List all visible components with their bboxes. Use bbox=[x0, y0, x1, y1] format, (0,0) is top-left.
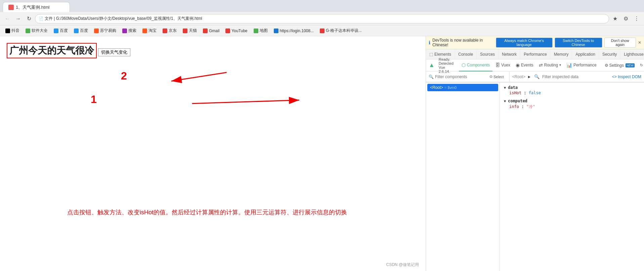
new-badge: NEW bbox=[626, 63, 635, 67]
prop-separator: : bbox=[521, 104, 526, 109]
main-area: 广州今天的天气很冷 切换天气变化 1 2 bbox=[0, 36, 644, 271]
prop-key-isHot: isHot bbox=[509, 91, 521, 95]
data-prop-isHot: isHot : false bbox=[504, 90, 640, 96]
bookmark-login[interactable]: https://login.1008... bbox=[271, 27, 316, 35]
tab-label: Security bbox=[602, 52, 617, 57]
tree-item-root[interactable]: <Root> = $vm0 bbox=[427, 84, 498, 91]
prop-separator: : bbox=[524, 91, 528, 95]
bookmark-csdn[interactable]: G·格子达本科毕设... bbox=[317, 27, 364, 35]
bookmark-tmall[interactable]: 天猫 bbox=[180, 27, 200, 35]
inspect-dom-bar: <Root> ▸ 🔍 <> Inspect DOM bbox=[509, 71, 644, 82]
tab-label: Console bbox=[458, 52, 473, 57]
bookmark-label: 天猫 bbox=[189, 28, 197, 34]
vue-nav-components[interactable]: ⬡ Components bbox=[459, 59, 492, 71]
nav-label: Events bbox=[521, 63, 533, 67]
inspect-dom-link[interactable]: <> Inspect DOM bbox=[612, 74, 641, 79]
bookmark-jd[interactable]: 京东 bbox=[160, 27, 179, 35]
watermark: CSDN @做笔记用 bbox=[386, 262, 419, 268]
menu-button[interactable]: ⋮ bbox=[632, 14, 641, 23]
bookmark-favicon bbox=[26, 29, 30, 33]
vue-logo: ▲ bbox=[429, 62, 435, 69]
tab-label: Performance bbox=[524, 52, 547, 57]
switch-devtools-button[interactable]: Switch DevTools to Chinese bbox=[555, 38, 602, 48]
bookmark-favicon bbox=[203, 29, 208, 33]
switch-button[interactable]: 切换天气变化 bbox=[98, 48, 130, 56]
dt-tab-application[interactable]: Application bbox=[572, 49, 599, 59]
bookmarks-bar: 抖音 软件大全 百度 百度 苏宁易购 搜索 淘宝 京东 bbox=[0, 25, 644, 36]
lock-icon: 📄 bbox=[39, 16, 43, 21]
components-content: <Root> = $vm0 data isHot : false bbox=[426, 83, 644, 271]
bookmark-button[interactable]: ★ bbox=[610, 14, 620, 23]
vue-nav-routing[interactable]: ⇄ Routing ▾ bbox=[536, 59, 564, 71]
devtools-panel: ℹ DevTools is now available in Chinese! … bbox=[426, 36, 644, 271]
svg-line-2 bbox=[171, 72, 227, 81]
prop-val-info: "冷" bbox=[526, 104, 535, 109]
address-bar[interactable]: 📄 文件 | G:/360MoveData/Users/静小文/Desktop/… bbox=[35, 14, 609, 23]
data-section-label[interactable]: data bbox=[504, 85, 640, 90]
bookmark-label: 软件大全 bbox=[32, 28, 48, 34]
bookmark-label: YouTube bbox=[231, 29, 247, 33]
components-panel: 🔍 ⊙ Select <Root> ▸ 🔍 <> Inspect DOM bbox=[426, 71, 644, 271]
root-current: ▸ bbox=[528, 74, 530, 79]
nav-label: Routing bbox=[544, 63, 558, 67]
vue-nav-performance[interactable]: 📊 Performance bbox=[564, 59, 599, 71]
dt-tab-network[interactable]: Network bbox=[499, 49, 520, 59]
extensions-button[interactable]: ⚙ bbox=[621, 14, 631, 23]
bookmark-software[interactable]: 软件大全 bbox=[23, 27, 50, 35]
tab-label: Elements bbox=[434, 52, 451, 57]
bookmark-map[interactable]: 地图 bbox=[251, 27, 270, 35]
dt-tab-performance[interactable]: Performance bbox=[520, 49, 551, 59]
vue-nav-events[interactable]: ◉ Events bbox=[513, 59, 536, 71]
nav-label: Vuex bbox=[501, 63, 510, 67]
select-button[interactable]: ⊙ Select bbox=[487, 74, 507, 79]
dont-show-button[interactable]: Don't show again bbox=[604, 38, 636, 48]
reload-button[interactable]: ↻ bbox=[24, 14, 34, 23]
dt-tab-memory[interactable]: Memory bbox=[551, 49, 572, 59]
bookmark-favicon bbox=[254, 29, 258, 33]
bookmark-youtube[interactable]: YouTube bbox=[223, 27, 250, 35]
browser-window: 1、天气案例.html ← → ↻ 📄 文件 | G:/360MoveData/… bbox=[0, 0, 644, 271]
notification-close-button[interactable]: ✕ bbox=[638, 40, 641, 45]
bookmark-search[interactable]: 搜索 bbox=[120, 27, 139, 35]
dt-tab-security[interactable]: Security bbox=[599, 49, 620, 59]
bookmark-gmail[interactable]: Gmail bbox=[200, 27, 222, 35]
vue-nav-vuex[interactable]: 🗄 Vuex bbox=[492, 59, 513, 71]
always-match-button[interactable]: Always match Chrome's language bbox=[496, 38, 553, 48]
dt-tab-lighthouse[interactable]: Lighthouse bbox=[620, 49, 644, 59]
bookmark-label: 抖音 bbox=[11, 28, 19, 34]
bookmark-label: 百度 bbox=[80, 28, 88, 34]
tab-bar: 1、天气案例.html bbox=[0, 0, 644, 12]
bookmark-label: 地图 bbox=[260, 28, 268, 34]
dt-tab-console[interactable]: Console bbox=[455, 49, 477, 59]
bookmark-favicon bbox=[5, 29, 10, 33]
select-label: Select bbox=[493, 75, 504, 79]
dt-tab-sources[interactable]: Sources bbox=[477, 49, 499, 59]
bookmark-douyin[interactable]: 抖音 bbox=[3, 27, 22, 35]
svg-line-3 bbox=[192, 100, 299, 103]
bookmark-favicon bbox=[163, 29, 167, 33]
data-section: data isHot : false bbox=[504, 85, 640, 96]
browser-tab[interactable]: 1、天气案例.html bbox=[3, 2, 70, 12]
vue-settings-button[interactable]: ⚙ Settings NEW bbox=[605, 63, 635, 68]
bookmark-label: 搜索 bbox=[128, 28, 136, 34]
bookmark-taobao[interactable]: 淘宝 bbox=[140, 27, 159, 35]
bookmark-suning[interactable]: 苏宁易购 bbox=[91, 27, 119, 35]
bookmark-baidu1[interactable]: 百度 bbox=[51, 27, 71, 35]
filter-bar: 🔍 ⊙ Select bbox=[426, 71, 509, 82]
bookmark-favicon bbox=[274, 29, 278, 33]
filter-inspected-input[interactable] bbox=[542, 74, 596, 79]
forward-button[interactable]: → bbox=[13, 14, 23, 23]
bookmark-baidu2[interactable]: 百度 bbox=[71, 27, 91, 35]
back-button[interactable]: ← bbox=[3, 14, 12, 23]
computed-section-label[interactable]: computed bbox=[504, 99, 640, 103]
prop-val-isHot: false bbox=[529, 91, 541, 95]
tab-label: Network bbox=[502, 52, 517, 57]
tab-favicon bbox=[8, 5, 14, 10]
webpage: 广州今天的天气很冷 切换天气变化 1 2 bbox=[0, 36, 426, 271]
vue-refresh-button[interactable]: ↻ Refresh bbox=[637, 62, 644, 68]
vue-toolbar: ▲ Ready. Detected Vue 2.6.14. ⬡ Componen… bbox=[426, 59, 644, 71]
bookmark-favicon bbox=[94, 29, 99, 33]
routing-icon: ⇄ bbox=[539, 62, 543, 68]
filter-components-input[interactable] bbox=[435, 74, 485, 79]
description-text: 点击按钮、触发方法、改变isHot的值。然后经过计算属性的计算。使用三元运算符、… bbox=[67, 208, 412, 217]
